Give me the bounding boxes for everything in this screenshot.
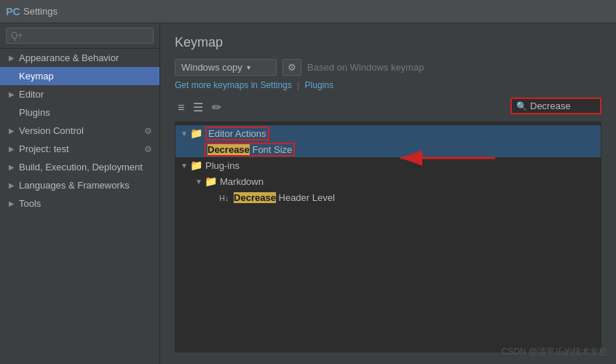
tree-container: ▼ 📁 Editor Actions Decrease Font Size — [175, 122, 601, 352]
sidebar-item-label: Plugins — [19, 107, 152, 118]
window-title: Settings — [23, 6, 58, 17]
get-more-keymaps-link[interactable]: Get more keymaps in Settings — [175, 80, 292, 90]
sidebar-item-project[interactable]: ▶ Project: test ⚙ — [0, 140, 159, 158]
tree-row[interactable]: H↓ Decrease Header Level — [175, 189, 601, 205]
tree-item-label: Decrease Font Size — [205, 144, 295, 155]
search-input[interactable] — [530, 100, 596, 111]
arrow-icon: ▶ — [9, 145, 16, 153]
sidebar: ▶ Appearance & Behavior Keymap ▶ Editor … — [0, 23, 160, 364]
settings-badge-icon: ⚙ — [144, 126, 152, 136]
arrow-icon: ▶ — [9, 199, 16, 207]
page-title: Keymap — [175, 35, 601, 50]
search-field[interactable]: 🔍 — [510, 98, 601, 114]
keymap-gear-button[interactable]: ⚙ — [283, 59, 301, 76]
folder-icon: 📁 — [205, 175, 217, 187]
arrow-icon: ▶ — [9, 90, 16, 98]
sidebar-item-vcs[interactable]: ▶ Version Control ⚙ — [0, 122, 159, 140]
sidebar-item-plugins[interactable]: Plugins — [0, 103, 159, 122]
sidebar-item-label: Project: test — [19, 143, 144, 154]
sidebar-item-keymap[interactable]: Keymap — [0, 67, 159, 85]
keymap-dropdown-label: Windows copy — [181, 62, 242, 73]
tree-row[interactable]: ▼ 📁 Markdown — [175, 173, 601, 189]
arrow-icon: ▶ — [9, 181, 16, 189]
tree-row[interactable]: ▼ 📁 Editor Actions — [175, 125, 601, 141]
keymap-links: Get more keymaps in Settings | Plugins — [175, 80, 601, 90]
highlight-span: Decrease — [208, 144, 250, 155]
title-bar: PC Settings — [0, 0, 616, 23]
based-on-text: Based on Windows keymap — [307, 62, 424, 73]
arrow-icon: ▶ — [9, 127, 16, 135]
sidebar-search-input[interactable] — [6, 28, 154, 44]
tree-toolbar: ≡ ☰ ✏ 🔍 — [175, 99, 601, 116]
sidebar-item-editor[interactable]: ▶ Editor — [0, 85, 159, 103]
keymap-dropdown[interactable]: Windows copy ▾ — [175, 59, 277, 76]
search-icon: 🔍 — [516, 101, 527, 111]
sidebar-item-label: Editor — [19, 89, 152, 100]
tree-item-label: Editor Actions — [205, 128, 269, 139]
sidebar-search-box[interactable] — [0, 23, 159, 49]
tree-item-label: H↓ Decrease Header Level — [219, 192, 335, 203]
expand-arrow-icon: ▼ — [180, 130, 189, 138]
tree-row[interactable]: ▼ 📁 Plug-ins — [175, 157, 601, 173]
sidebar-item-label: Tools — [19, 198, 152, 209]
arrow-icon: ▶ — [9, 54, 16, 62]
tree-item-label: Plug-ins — [205, 160, 240, 171]
sidebar-item-build[interactable]: ▶ Build, Execution, Deployment — [0, 158, 159, 176]
tree-row[interactable]: Decrease Font Size — [175, 141, 601, 157]
expand-arrow-icon: ▼ — [180, 162, 189, 170]
sidebar-item-label: Appearance & Behavior — [19, 52, 152, 63]
keymap-selector-row: Windows copy ▾ ⚙ Based on Windows keymap — [175, 59, 601, 76]
sidebar-item-tools[interactable]: ▶ Tools — [0, 194, 159, 213]
expand-all-button[interactable]: ≡ — [175, 100, 187, 116]
sidebar-item-appearance[interactable]: ▶ Appearance & Behavior — [0, 49, 159, 67]
highlight-span: Decrease — [234, 192, 276, 203]
content-area: Keymap Windows copy ▾ ⚙ Based on Windows… — [160, 23, 616, 364]
chevron-down-icon: ▾ — [247, 63, 250, 71]
sidebar-item-label: Keymap — [19, 71, 152, 82]
sidebar-item-label: Build, Execution, Deployment — [19, 162, 152, 173]
tree-item-label: Markdown — [220, 176, 264, 187]
folder-icon: 📁 — [190, 127, 202, 139]
settings-badge-icon: ⚙ — [144, 144, 152, 154]
edit-button[interactable]: ✏ — [209, 99, 224, 116]
sidebar-item-languages[interactable]: ▶ Languages & Frameworks — [0, 176, 159, 194]
watermark: CSDN @清平乐的技术专栏 — [501, 346, 607, 358]
sidebar-item-label: Version Control — [19, 125, 144, 136]
decrease-font-size-box: Decrease Font Size — [205, 143, 295, 157]
heading-icon: H↓ — [219, 194, 229, 202]
boxed-label: Editor Actions — [205, 127, 269, 141]
plugins-link[interactable]: Plugins — [305, 80, 333, 90]
sidebar-item-label: Languages & Frameworks — [19, 180, 152, 191]
app-icon: PC — [7, 6, 19, 17]
folder-icon: 📁 — [190, 159, 202, 171]
main-layout: ▶ Appearance & Behavior Keymap ▶ Editor … — [0, 23, 616, 364]
pipe-separator: | — [297, 80, 299, 90]
expand-arrow-icon: ▼ — [194, 178, 203, 186]
arrow-icon: ▶ — [9, 163, 16, 171]
collapse-all-button[interactable]: ☰ — [190, 99, 206, 116]
